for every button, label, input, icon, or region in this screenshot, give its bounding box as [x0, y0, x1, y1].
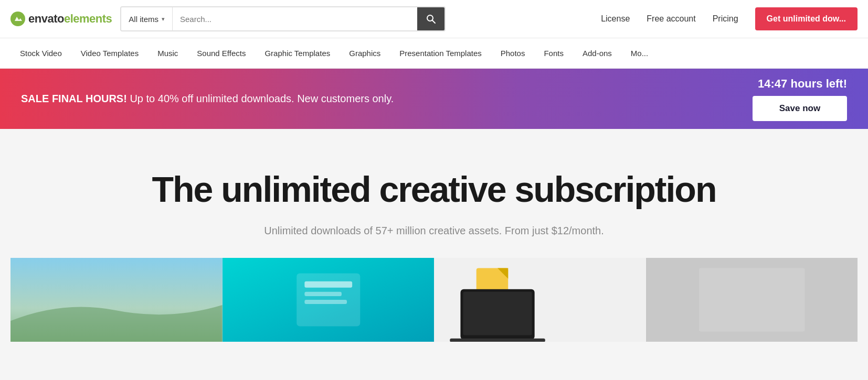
preview-card-2 [223, 258, 435, 342]
preview-strip [10, 258, 858, 342]
search-bar: All items ▾ [120, 6, 446, 31]
search-button[interactable] [417, 7, 444, 30]
search-filter-dropdown[interactable]: All items ▾ [121, 7, 173, 30]
nav-stock-video[interactable]: Stock Video [10, 38, 71, 69]
free-account-link[interactable]: Free account [647, 14, 695, 24]
category-nav: Stock Video Video Templates Music Sound … [0, 38, 868, 69]
hero-section: The unlimited creative subscription Unli… [0, 129, 868, 368]
banner-right: 14:47 hours left! Save now [753, 77, 847, 121]
envato-logo-icon [10, 12, 25, 26]
nav-graphic-templates[interactable]: Graphic Templates [255, 38, 340, 69]
svg-rect-14 [450, 339, 545, 342]
nav-graphics[interactable]: Graphics [340, 38, 390, 69]
save-now-button[interactable]: Save now [753, 96, 847, 121]
hero-title: The unlimited creative subscription [10, 171, 858, 208]
sale-banner: SALE FINAL HOURS! Up to 40% off unlimite… [0, 69, 868, 129]
timer-text: 14:47 hours left! [758, 77, 847, 91]
sale-body-text: Up to 40% off unlimited downloads. New c… [127, 93, 394, 104]
hero-subtitle: Unlimited downloads of 57+ million creat… [10, 225, 858, 237]
pricing-link[interactable]: Pricing [713, 14, 738, 24]
svg-rect-13 [463, 292, 532, 335]
chevron-down-icon: ▾ [162, 16, 165, 23]
sale-bold-text: SALE FINAL HOURS! [21, 93, 127, 104]
header: envatoelements All items ▾ License Free … [0, 0, 868, 38]
banner-text: SALE FINAL HOURS! Up to 40% off unlimite… [21, 93, 732, 105]
nav-presentation-templates[interactable]: Presentation Templates [390, 38, 491, 69]
nav-fonts[interactable]: Fonts [534, 38, 573, 69]
svg-rect-6 [304, 281, 352, 288]
svg-rect-8 [304, 300, 347, 304]
svg-rect-16 [698, 268, 805, 332]
preview-card-1 [10, 258, 223, 342]
search-filter-label: All items [129, 15, 158, 24]
svg-rect-7 [304, 292, 342, 296]
svg-line-2 [432, 20, 436, 24]
search-input[interactable] [173, 7, 417, 30]
preview-card-4 [646, 258, 858, 342]
header-nav: License Free account Pricing Get unlimit… [601, 7, 858, 30]
nav-more[interactable]: Mo... [621, 38, 658, 69]
preview-card-3 [434, 258, 646, 342]
license-link[interactable]: License [601, 14, 630, 24]
nav-video-templates[interactable]: Video Templates [71, 38, 148, 69]
nav-sound-effects[interactable]: Sound Effects [187, 38, 255, 69]
logo[interactable]: envatoelements [10, 12, 112, 26]
nav-photos[interactable]: Photos [491, 38, 535, 69]
logo-text: envatoelements [28, 12, 112, 26]
get-unlimited-button[interactable]: Get unlimited dow... [755, 7, 858, 30]
nav-addons[interactable]: Add-ons [573, 38, 621, 69]
nav-music[interactable]: Music [148, 38, 187, 69]
search-icon [426, 14, 436, 24]
